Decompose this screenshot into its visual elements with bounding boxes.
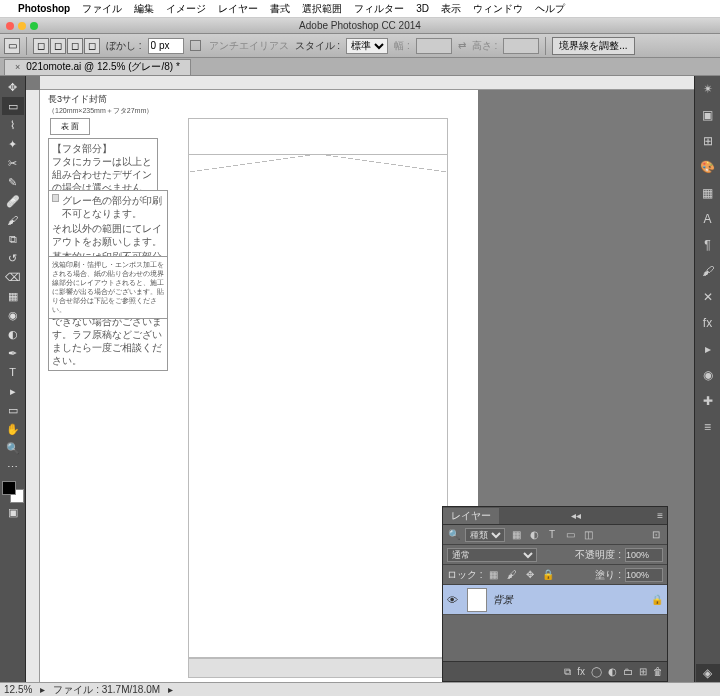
subtract-selection-icon[interactable]: ◻: [67, 38, 83, 54]
feather-input[interactable]: [148, 38, 184, 54]
document-canvas[interactable]: 長3サイド封筒 （120mm×235mm＋フタ27mm） 表 面 【フタ部分】フ…: [40, 90, 478, 682]
style-select[interactable]: 標準: [346, 38, 388, 54]
clone-stamp-tool-icon[interactable]: ⧉: [2, 230, 24, 248]
menu-select[interactable]: 選択範囲: [302, 2, 342, 16]
type-tool-icon[interactable]: T: [2, 363, 24, 381]
layer-name[interactable]: 背景: [493, 593, 513, 607]
info-panel-icon[interactable]: ✚: [698, 392, 718, 410]
fill-input[interactable]: [625, 568, 663, 582]
color-swatches[interactable]: [2, 481, 24, 503]
visibility-icon[interactable]: 👁: [447, 594, 461, 606]
brush-tool-icon[interactable]: 🖌: [2, 211, 24, 229]
filter-smart-icon[interactable]: ◫: [581, 528, 595, 542]
brush-panel-icon[interactable]: 🖌: [698, 262, 718, 280]
channels-panel-icon[interactable]: ▸: [698, 340, 718, 358]
eyedropper-tool-icon[interactable]: ✎: [2, 173, 24, 191]
minimize-window-icon[interactable]: [18, 22, 26, 30]
antialias-checkbox[interactable]: [190, 40, 201, 51]
eraser-tool-icon[interactable]: ⌫: [2, 268, 24, 286]
opacity-input[interactable]: [625, 548, 663, 562]
zoom-level[interactable]: 12.5%: [4, 684, 32, 695]
pen-tool-icon[interactable]: ✒: [2, 344, 24, 362]
menu-layer[interactable]: レイヤー: [218, 2, 258, 16]
menu-window[interactable]: ウィンドウ: [473, 2, 523, 16]
history-brush-tool-icon[interactable]: ↺: [2, 249, 24, 267]
layer-row[interactable]: 👁 背景 🔒: [443, 585, 667, 615]
styles-panel-icon[interactable]: fx: [698, 314, 718, 332]
lasso-tool-icon[interactable]: ⌇: [2, 116, 24, 134]
filter-toggle-icon[interactable]: ⊡: [649, 528, 663, 542]
layers-tab[interactable]: レイヤー: [443, 508, 499, 524]
link-layers-icon[interactable]: ⧉: [564, 666, 571, 678]
filter-pixel-icon[interactable]: ▦: [509, 528, 523, 542]
doc-info[interactable]: ファイル : 31.7M/18.0M: [53, 683, 160, 697]
layer-mask-icon[interactable]: ◯: [591, 666, 602, 677]
menu-type[interactable]: 書式: [270, 2, 290, 16]
zoom-tool-icon[interactable]: 🔍: [2, 439, 24, 457]
actions-panel-icon[interactable]: ▣: [698, 106, 718, 124]
edit-toolbar-icon[interactable]: ⋯: [2, 458, 24, 476]
color-panel-icon[interactable]: 🎨: [698, 158, 718, 176]
zoom-window-icon[interactable]: [30, 22, 38, 30]
layers-dock-icon[interactable]: ◈: [696, 664, 720, 682]
zoom-arrow-icon[interactable]: ▸: [40, 684, 45, 695]
shape-tool-icon[interactable]: ▭: [2, 401, 24, 419]
blend-mode-select[interactable]: 通常: [447, 548, 537, 562]
intersect-selection-icon[interactable]: ◻: [84, 38, 100, 54]
screen-mode-icon[interactable]: ▣: [2, 503, 24, 521]
add-selection-icon[interactable]: ◻: [50, 38, 66, 54]
paths-panel-icon[interactable]: ◉: [698, 366, 718, 384]
swatches-panel-icon[interactable]: ▦: [698, 184, 718, 202]
filter-shape-icon[interactable]: ▭: [563, 528, 577, 542]
marquee-tool-icon[interactable]: ▭: [2, 97, 24, 115]
new-selection-icon[interactable]: ◻: [33, 38, 49, 54]
history-panel-icon[interactable]: ✴: [698, 80, 718, 98]
close-tab-icon[interactable]: ×: [15, 62, 20, 72]
adjustments-panel-icon[interactable]: ✕: [698, 288, 718, 306]
layer-thumbnail[interactable]: [467, 588, 487, 612]
filter-adjust-icon[interactable]: ◐: [527, 528, 541, 542]
close-window-icon[interactable]: [6, 22, 14, 30]
lock-position-icon[interactable]: ✥: [523, 568, 537, 582]
panel-menu-icon[interactable]: ≡: [653, 510, 667, 521]
marquee-tool-preset-icon[interactable]: ▭: [4, 38, 20, 54]
menu-image[interactable]: イメージ: [166, 2, 206, 16]
group-icon[interactable]: 🗀: [623, 666, 633, 677]
height-input[interactable]: [503, 38, 539, 54]
healing-brush-tool-icon[interactable]: 🩹: [2, 192, 24, 210]
document-tab[interactable]: × 021omote.ai @ 12.5% (グレー/8) *: [4, 59, 191, 75]
menu-help[interactable]: ヘルプ: [535, 2, 565, 16]
delete-layer-icon[interactable]: 🗑: [653, 666, 663, 677]
layer-fx-icon[interactable]: fx: [577, 666, 585, 677]
navigator-panel-icon[interactable]: ≡: [698, 418, 718, 436]
crop-tool-icon[interactable]: ✂: [2, 154, 24, 172]
new-layer-icon[interactable]: ⊞: [639, 666, 647, 677]
width-input[interactable]: [416, 38, 452, 54]
properties-panel-icon[interactable]: ⊞: [698, 132, 718, 150]
path-select-tool-icon[interactable]: ▸: [2, 382, 24, 400]
menu-3d[interactable]: 3D: [416, 3, 429, 14]
menu-view[interactable]: 表示: [441, 2, 461, 16]
move-tool-icon[interactable]: ✥: [2, 78, 24, 96]
ruler-vertical[interactable]: [26, 90, 40, 682]
character-panel-icon[interactable]: A: [698, 210, 718, 228]
lock-transparent-icon[interactable]: ▦: [487, 568, 501, 582]
paragraph-panel-icon[interactable]: ¶: [698, 236, 718, 254]
filter-type-select[interactable]: 種類: [465, 528, 505, 542]
panel-collapse-icon[interactable]: ◂◂: [567, 510, 585, 521]
hand-tool-icon[interactable]: ✋: [2, 420, 24, 438]
refine-edge-button[interactable]: 境界線を調整...: [552, 37, 634, 55]
lock-all-icon[interactable]: 🔒: [541, 568, 555, 582]
dodge-tool-icon[interactable]: ◐: [2, 325, 24, 343]
swap-wh-icon[interactable]: ⇄: [458, 40, 466, 51]
menu-edit[interactable]: 編集: [134, 2, 154, 16]
lock-pixels-icon[interactable]: 🖌: [505, 568, 519, 582]
gradient-tool-icon[interactable]: ▦: [2, 287, 24, 305]
app-name[interactable]: Photoshop: [18, 3, 70, 14]
ruler-horizontal[interactable]: [40, 76, 694, 90]
filter-type-icon[interactable]: T: [545, 528, 559, 542]
menu-file[interactable]: ファイル: [82, 2, 122, 16]
info-arrow-icon[interactable]: ▸: [168, 684, 173, 695]
adjustment-layer-icon[interactable]: ◐: [608, 666, 617, 677]
menu-filter[interactable]: フィルター: [354, 2, 404, 16]
